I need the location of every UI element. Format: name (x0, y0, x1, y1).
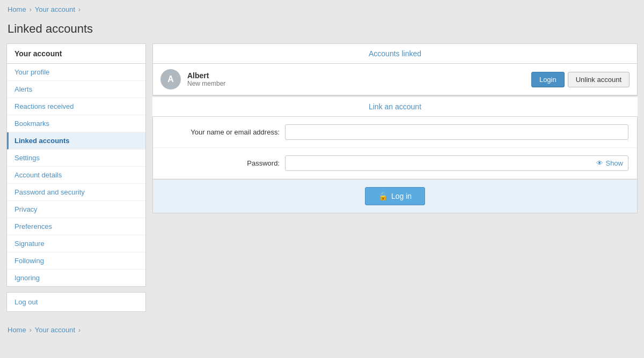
account-actions: Login Unlink account (531, 72, 630, 87)
breadcrumb-home[interactable]: Home (8, 5, 26, 13)
form-footer: 🔒 Log in (152, 180, 638, 213)
sidebar-item-your-profile[interactable]: Your profile (7, 64, 145, 81)
breadcrumb-sep2: › (78, 6, 80, 13)
bottom-breadcrumb-sep2: › (78, 326, 80, 334)
unlink-account-button[interactable]: Unlink account (568, 72, 630, 87)
sidebar-item-privacy[interactable]: Privacy (7, 201, 145, 218)
lock-icon: 🔒 (378, 192, 387, 200)
name-input[interactable] (285, 124, 628, 140)
login-button[interactable]: Login (531, 72, 565, 87)
name-label: Your name or email address: (162, 128, 280, 136)
main-content: Accounts linked A Albert New member Logi… (152, 43, 638, 312)
breadcrumb-account[interactable]: Your account (35, 5, 75, 13)
bottom-breadcrumb-home[interactable]: Home (8, 326, 26, 334)
sidebar-item-ignoring[interactable]: Ignoring (7, 270, 145, 286)
sidebar-item-following[interactable]: Following (7, 252, 145, 270)
log-in-button[interactable]: 🔒 Log in (365, 187, 425, 205)
sidebar-item-password-and-security[interactable]: Password and security (7, 184, 145, 201)
logout-link[interactable]: Log out (7, 293, 145, 311)
log-in-label: Log in (391, 192, 412, 200)
account-name: Albert (187, 71, 525, 80)
sidebar-item-alerts[interactable]: Alerts (7, 81, 145, 98)
breadcrumb: Home › Your account › (0, 0, 644, 19)
sidebar-item-linked-accounts[interactable]: Linked accounts (7, 132, 145, 150)
eye-icon: 👁 (596, 159, 603, 167)
bottom-breadcrumb-sep1: › (30, 326, 32, 334)
page-title: Linked accounts (0, 19, 644, 43)
password-row: Password: 👁 Show (153, 148, 637, 179)
accounts-linked-title: Accounts linked (153, 44, 637, 64)
avatar: A (160, 69, 181, 89)
sidebar-section-title: Your account (6, 43, 146, 63)
sidebar-item-bookmarks[interactable]: Bookmarks (7, 115, 145, 132)
name-row: Your name or email address: (153, 117, 637, 148)
password-wrapper: 👁 Show (285, 155, 628, 171)
account-info: Albert New member (187, 71, 525, 87)
sidebar-item-signature[interactable]: Signature (7, 235, 145, 252)
bottom-breadcrumb: Home › Your account › (0, 318, 644, 341)
link-account-form: Your name or email address: Password: 👁 … (152, 117, 638, 180)
sidebar-item-account-details[interactable]: Account details (7, 167, 145, 184)
sidebar-item-reactions-received[interactable]: Reactions received (7, 98, 145, 115)
sidebar-item-settings[interactable]: Settings (7, 150, 145, 167)
sidebar-nav: Your profileAlertsReactions receivedBook… (6, 63, 146, 287)
accounts-linked-panel: Accounts linked A Albert New member Logi… (152, 43, 638, 96)
show-password-button[interactable]: 👁 Show (594, 158, 625, 168)
password-input[interactable] (285, 155, 628, 171)
show-label: Show (605, 159, 623, 167)
logout-box: Log out (6, 292, 146, 312)
sidebar-item-preferences[interactable]: Preferences (7, 218, 145, 235)
breadcrumb-sep1: › (30, 6, 32, 13)
account-role: New member (187, 80, 525, 87)
sidebar: Your account Your profileAlertsReactions… (6, 43, 146, 312)
bottom-breadcrumb-account[interactable]: Your account (35, 326, 75, 334)
password-label: Password: (162, 159, 280, 167)
link-account-title: Link an account (152, 97, 638, 117)
account-row: A Albert New member Login Unlink account (153, 64, 637, 95)
